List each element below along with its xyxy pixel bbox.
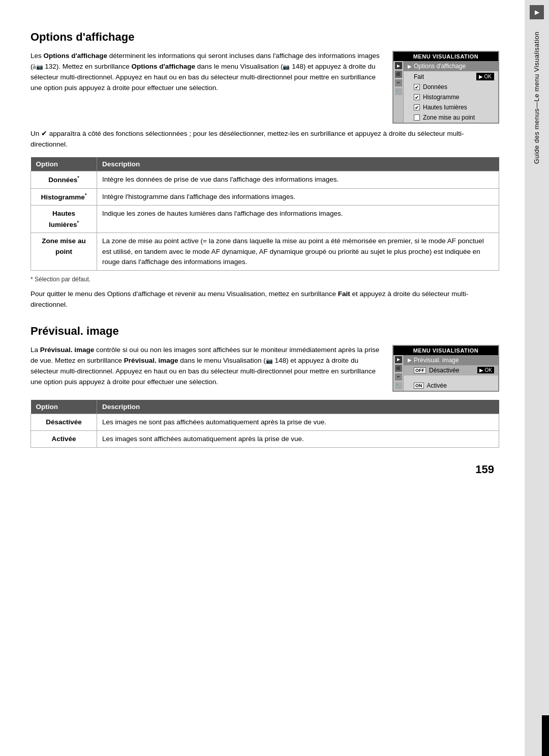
- menu2-selected-item: ▶ Prévisual. image: [404, 355, 498, 365]
- table2-row2-option: Activée: [31, 430, 97, 447]
- sidebar-label: Guide des menus—Le menu Visualisation: [533, 32, 541, 164]
- menu1-item-histogramme: ✔ Histogramme: [404, 92, 498, 102]
- section2-table: Option Description Désactivée Les images…: [30, 400, 499, 448]
- section1-intro: Les Options d'affichage déterminent les …: [30, 51, 382, 94]
- table2-header-option: Option: [31, 400, 97, 414]
- table-row: Histogramme* Intègre l'histogramme dans …: [31, 188, 499, 206]
- menu1-item-fait: Fait ▶ OK: [404, 71, 498, 82]
- table1-row3-option: Hauteslumières*: [31, 206, 97, 233]
- table1-header-option: Option: [31, 157, 97, 171]
- section2-title: Prévisual. image: [30, 325, 499, 338]
- table-row: Hauteslumières* Indique les zones de hau…: [31, 206, 499, 233]
- menu1-item-donnees: ✔ Données: [404, 82, 498, 92]
- table2-row1-option: Désactivée: [31, 414, 97, 430]
- section1-closing: Pour quitter le menu des Options d'affic…: [30, 289, 499, 310]
- table-row: Activée Les images sont affichées automa…: [31, 430, 499, 447]
- table1-row3-desc: Indique les zones de hautes lumières dan…: [97, 206, 499, 233]
- table1-header-description: Description: [97, 157, 499, 171]
- menu-icon-2: ⬛: [395, 71, 402, 78]
- section2-menu-mockup: MENU VISUALISATION ▶ ⬛ ✏ 🔧 ▶: [392, 345, 499, 392]
- menu2-icon-3: ✏: [395, 373, 402, 381]
- section1-note: Un ✔ apparaîtra à côté des fonctions sél…: [30, 129, 499, 150]
- menu2-icon-4: 🔧: [395, 382, 402, 389]
- table1-row4-desc: La zone de mise au point active (= la zo…: [97, 233, 499, 271]
- page-number: 159: [30, 463, 499, 476]
- menu2-item-desactivee: OFF Désactivée ▶ OK: [404, 365, 498, 375]
- section2-intro: La Prévisual. image contrôle si oui ou n…: [30, 345, 382, 388]
- section1-menu-mockup: MENU VISUALISATION ▶ ⬛ ✏ 🔧 ▶ Options d'a…: [392, 51, 499, 124]
- table1-row1-option: Données*: [31, 171, 97, 188]
- menu1-title: MENU VISUALISATION: [393, 52, 498, 61]
- table-row: Désactivée Les images ne sont pas affich…: [31, 414, 499, 430]
- table1-row2-option: Histogramme*: [31, 188, 97, 206]
- menu2-item-activee: ON Activée: [404, 381, 498, 391]
- table1-row4-option: Zone mise aupoint: [31, 233, 97, 271]
- table-row: Zone mise aupoint La zone de mise au poi…: [31, 233, 499, 271]
- table2-row2-desc: Les images sont affichées automatiquemen…: [97, 430, 499, 447]
- menu-icon-3: ✏: [395, 79, 402, 86]
- section1-table: Option Description Données* Intègre les …: [30, 157, 499, 271]
- sidebar-black-bar: [542, 715, 549, 756]
- menu1-item-hautes: ✔ Hautes lumières: [404, 102, 498, 112]
- table2-row1-desc: Les images ne sont pas affichées automat…: [97, 414, 499, 430]
- menu2-icon-1: ▶: [395, 356, 402, 363]
- section1-title: Options d'affichage: [30, 31, 499, 44]
- table-row: Données* Intègre les données de prise de…: [31, 171, 499, 188]
- section1-footnote: * Sélection par défaut.: [30, 276, 499, 283]
- menu2-icon-2: ⬛: [395, 365, 402, 372]
- menu1-selected-item: ▶ Options d'affichage: [404, 61, 498, 71]
- table1-row2-desc: Intègre l'histogramme dans l'affichage d…: [97, 188, 499, 206]
- sidebar-play-icon: ▶: [530, 5, 544, 19]
- right-sidebar: ▶ Guide des menus—Le menu Visualisation: [525, 0, 549, 756]
- table2-header-description: Description: [97, 400, 499, 414]
- menu2-spacer: [404, 375, 498, 381]
- menu-icon-4: 🔧: [395, 88, 402, 95]
- menu-icon-1: ▶: [395, 62, 402, 69]
- menu2-title: MENU VISUALISATION: [393, 346, 498, 355]
- table1-row1-desc: Intègre les données de prise de vue dans…: [97, 171, 499, 188]
- menu1-item-zone: Zone mise au point: [404, 112, 498, 123]
